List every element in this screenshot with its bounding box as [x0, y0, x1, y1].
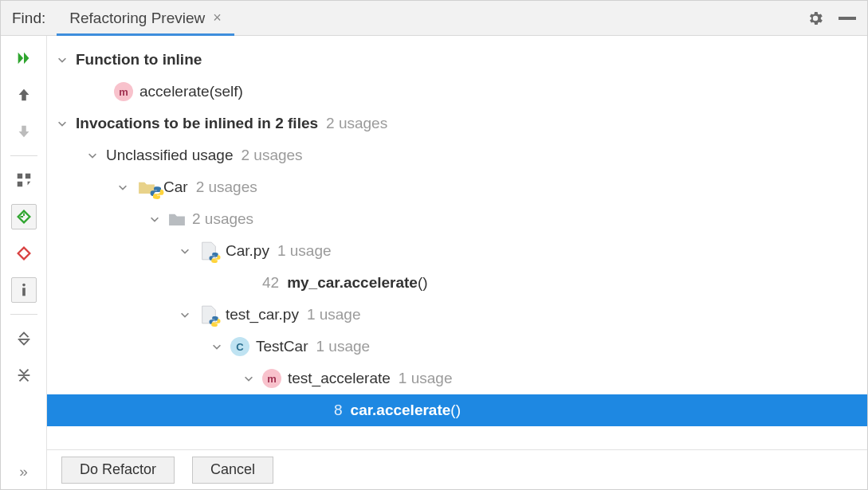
- chevron-down-icon[interactable]: [178, 308, 192, 322]
- section-title: Invocations to be inlined in 2 files: [76, 115, 318, 132]
- svg-rect-1: [25, 174, 29, 178]
- chevron-down-icon[interactable]: [55, 116, 69, 131]
- svg-rect-2: [17, 182, 22, 186]
- find-label: Find:: [1, 10, 57, 27]
- project-icon: [136, 180, 157, 194]
- usage-tail: (): [418, 274, 428, 292]
- python-file-icon: [198, 241, 219, 261]
- usage-text: car.accelerate: [351, 402, 451, 419]
- usage-count: 1 usage: [307, 306, 361, 323]
- minimize-icon[interactable]: [839, 17, 856, 20]
- tree-row-folder[interactable]: 2 usages: [47, 203, 867, 235]
- tree-row-class[interactable]: C TestCar 1 usage: [47, 331, 867, 363]
- overflow-icon[interactable]: »: [15, 465, 33, 478]
- class-name: TestCar: [256, 338, 308, 355]
- cancel-button[interactable]: Cancel: [192, 457, 273, 484]
- method-icon: m: [262, 369, 281, 388]
- tab-refactoring-preview[interactable]: Refactoring Preview ×: [57, 1, 234, 35]
- chevron-down-icon[interactable]: [116, 180, 130, 194]
- python-file-icon: [198, 305, 219, 324]
- usage-count: 2 usages: [241, 147, 302, 164]
- group-icon[interactable]: [11, 167, 37, 193]
- usage-tail: (): [450, 402, 461, 419]
- side-toolbar: »: [1, 36, 47, 489]
- usage-count: 1 usage: [316, 338, 370, 355]
- arrow-down-icon[interactable]: [11, 119, 37, 144]
- do-refactor-button[interactable]: Do Refactor: [61, 457, 175, 484]
- footer-bar: Do Refactor Cancel: [47, 449, 867, 489]
- chevron-down-icon[interactable]: [242, 371, 256, 386]
- method-name: accelerate(self): [139, 83, 243, 100]
- tree-row-project[interactable]: Car 2 usages: [47, 171, 867, 203]
- tree-row-section[interactable]: Function to inline: [47, 44, 867, 76]
- chevron-down-icon[interactable]: [85, 148, 100, 163]
- tree-row-method[interactable]: m accelerate(self): [47, 76, 867, 108]
- include-icon[interactable]: [11, 204, 37, 229]
- panel-header: Find: Refactoring Preview ×: [1, 1, 867, 36]
- collapse-all-icon[interactable]: [11, 363, 37, 388]
- svg-point-3: [22, 284, 26, 287]
- tab-label: Refactoring Preview: [69, 10, 205, 27]
- tree-row-usage-selected[interactable]: 8 car.accelerate(): [47, 394, 867, 426]
- chevron-down-icon[interactable]: [210, 339, 224, 354]
- tree-row-section[interactable]: Invocations to be inlined in 2 files 2 u…: [47, 108, 867, 139]
- tree-row-method[interactable]: m test_accelerate 1 usage: [47, 363, 867, 394]
- line-number: 8: [334, 402, 343, 419]
- file-name: Car.py: [226, 242, 269, 260]
- tree-row-file[interactable]: test_car.py 1 usage: [47, 299, 867, 331]
- expand-all-icon[interactable]: [11, 326, 37, 351]
- svg-rect-0: [17, 174, 22, 178]
- usage-count: 2 usages: [192, 210, 253, 228]
- arrow-up-icon[interactable]: [11, 82, 37, 108]
- refactoring-preview-panel: Find: Refactoring Preview ×: [0, 0, 868, 490]
- exclude-icon[interactable]: [11, 241, 37, 266]
- info-icon[interactable]: [11, 277, 37, 303]
- usage-text: my_car.accelerate: [287, 274, 418, 292]
- method-name: test_accelerate: [288, 370, 391, 387]
- unclassified-label: Unclassified usage: [106, 147, 233, 164]
- tree-row-unclassified[interactable]: Unclassified usage 2 usages: [47, 139, 867, 171]
- tree-row-usage[interactable]: 42 my_car.accelerate(): [47, 267, 867, 299]
- method-icon: m: [114, 82, 133, 101]
- usage-tree[interactable]: Function to inline m accelerate(self) In…: [47, 36, 867, 449]
- usage-count: 2 usages: [326, 115, 387, 132]
- section-title: Function to inline: [76, 51, 202, 69]
- file-name: test_car.py: [226, 306, 299, 323]
- usage-count: 1 usage: [399, 370, 453, 387]
- project-name: Car: [163, 178, 188, 196]
- usage-count: 1 usage: [277, 242, 332, 260]
- rerun-icon[interactable]: [11, 45, 37, 71]
- chevron-down-icon[interactable]: [55, 53, 69, 67]
- tree-row-file[interactable]: Car.py 1 usage: [47, 235, 867, 267]
- chevron-down-icon[interactable]: [147, 212, 162, 226]
- chevron-down-icon[interactable]: [178, 244, 192, 258]
- usage-count: 2 usages: [196, 178, 257, 196]
- close-icon[interactable]: ×: [213, 10, 222, 26]
- svg-rect-4: [22, 288, 26, 296]
- folder-icon: [168, 212, 186, 226]
- main-content: Function to inline m accelerate(self) In…: [47, 36, 867, 489]
- gear-icon[interactable]: [807, 10, 824, 27]
- class-icon: C: [230, 337, 249, 356]
- line-number: 42: [262, 274, 279, 292]
